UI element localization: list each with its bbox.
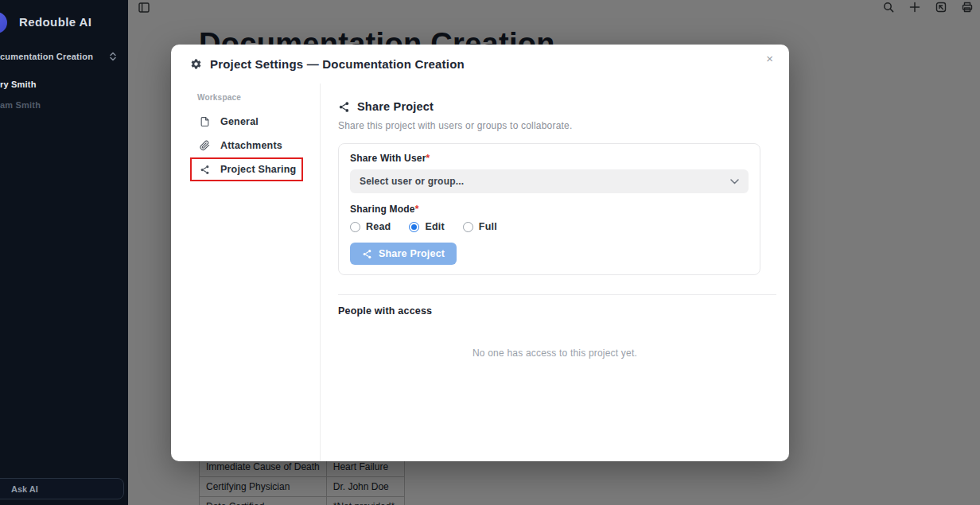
project-selector[interactable]: cumentation Creation [0,50,128,64]
nav-item-general[interactable]: General [171,110,320,134]
modal-header: Project Settings — Documentation Creatio… [171,45,789,84]
radio-circle [463,222,473,232]
required-mark: * [426,153,430,164]
required-mark: * [415,204,419,215]
sidebar-item-smith-2[interactable]: am Smith [0,100,41,110]
radio-circle [409,222,419,232]
chevron-down-icon [730,179,739,185]
radio-edit[interactable]: Edit [409,221,444,232]
section-divider [338,294,776,295]
sidebar: Redouble AI cumentation Creation ry Smit… [0,0,128,505]
app-window: Redouble AI cumentation Creation ry Smit… [0,0,980,505]
brand-row: Redouble AI [0,11,128,35]
share-icon [362,249,372,259]
project-selector-label: cumentation Creation [0,52,93,61]
sharing-mode-label: Sharing Mode* [350,204,749,215]
document-icon [200,116,210,127]
share-project-panel: Share Project Share this project with us… [321,84,789,461]
modal-nav: Workspace General Attachmen [171,84,321,461]
radio-label: Edit [425,221,444,232]
modal-title: Project Settings — Documentation Creatio… [210,57,465,71]
radio-label: Full [479,221,497,232]
ask-ai-input[interactable]: Ask AI [0,478,124,499]
ask-ai-placeholder: Ask AI [11,484,38,494]
radio-label: Read [366,221,391,232]
brand-logo-icon [0,12,7,33]
project-settings-modal: Project Settings — Documentation Creatio… [171,45,789,461]
brand-name: Redouble AI [19,15,91,29]
share-icon [200,165,210,175]
nav-item-attachments[interactable]: Attachments [171,134,320,157]
radio-read[interactable]: Read [350,221,391,232]
gear-icon [190,58,202,70]
share-project-button[interactable]: Share Project [350,243,457,265]
user-select[interactable]: Select user or group... [350,169,749,193]
close-icon[interactable]: × [766,52,773,64]
empty-access-message: No one has access to this project yet. [321,348,789,359]
sidebar-item-smith-1[interactable]: ry Smith [0,80,37,89]
nav-item-label: General [220,116,259,127]
nav-section-label: Workspace [197,93,320,102]
panel-subheading: Share this project with users or groups … [338,120,789,131]
share-icon [338,101,350,113]
radio-full[interactable]: Full [463,221,497,232]
chevron-updown-icon [109,52,117,61]
sharing-mode-options: Read Edit Full [350,221,749,232]
modal-body: Workspace General Attachmen [171,84,789,461]
panel-heading-row: Share Project [338,100,789,113]
share-with-user-label: Share With User* [350,153,749,164]
field-label-text: Sharing Mode [350,204,415,215]
people-with-access-heading: People with access [338,305,789,317]
nav-item-project-sharing[interactable]: Project Sharing [190,157,303,181]
field-label-text: Share With User [350,153,426,164]
panel-heading: Share Project [357,100,434,113]
share-button-label: Share Project [379,248,445,259]
share-form-card: Share With User* Select user or group...… [338,143,760,275]
user-select-placeholder: Select user or group... [360,176,464,187]
paperclip-icon [200,140,210,151]
nav-item-label: Attachments [220,140,282,151]
nav-item-label: Project Sharing [220,164,296,175]
radio-circle [350,222,360,232]
